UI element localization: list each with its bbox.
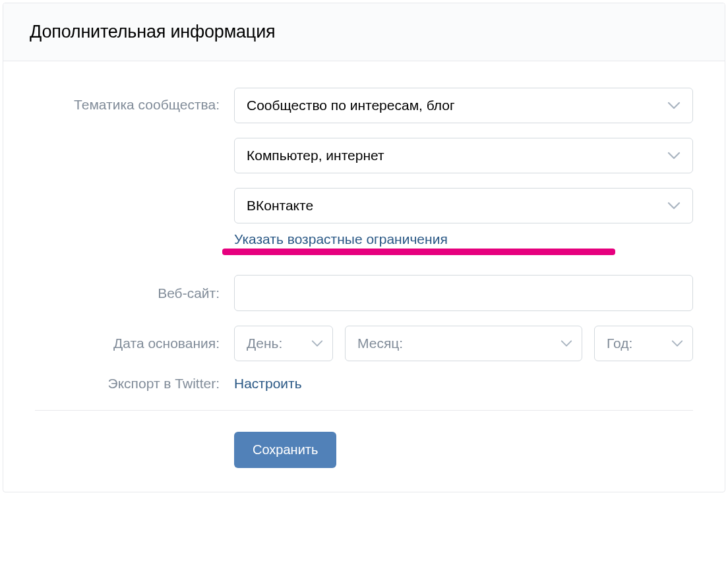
day-select[interactable]: День: bbox=[234, 326, 333, 361]
day-select-value: День: bbox=[247, 336, 282, 351]
website-label: Веб-сайт: bbox=[35, 285, 234, 301]
month-select[interactable]: Месяц: bbox=[345, 326, 582, 361]
panel-header: Дополнительная информация bbox=[3, 3, 725, 61]
website-input[interactable] bbox=[234, 275, 693, 311]
chevron-down-icon bbox=[667, 202, 681, 210]
month-select-value: Месяц: bbox=[357, 336, 403, 351]
twitter-export-label: Экспорт в Twitter: bbox=[35, 376, 234, 392]
twitter-configure-link[interactable]: Настроить bbox=[234, 376, 302, 391]
additional-info-panel: Дополнительная информация Тематика сообщ… bbox=[3, 3, 725, 492]
topic-select-3-value: ВКонтакте bbox=[247, 198, 313, 214]
founded-label: Дата основания: bbox=[35, 336, 234, 351]
chevron-down-icon bbox=[667, 152, 681, 160]
divider bbox=[35, 410, 693, 411]
year-select[interactable]: Год: bbox=[594, 326, 693, 361]
age-restrictions-link[interactable]: Указать возрастные ограничения bbox=[234, 231, 448, 247]
chevron-down-icon bbox=[561, 340, 572, 347]
topic-select-3[interactable]: ВКонтакте bbox=[234, 188, 693, 223]
topic-select-2[interactable]: Компьютер, интернет bbox=[234, 138, 693, 173]
age-restrictions-row: Указать возрастные ограничения bbox=[234, 231, 693, 247]
chevron-down-icon bbox=[311, 340, 323, 347]
community-topic-label: Тематика сообщества: bbox=[35, 88, 234, 113]
topic-select-1[interactable]: Сообщество по интересам, блог bbox=[234, 88, 693, 123]
form-row-twitter: Экспорт в Twitter: Настроить bbox=[35, 376, 693, 392]
panel-body: Тематика сообщества: Сообщество по интер… bbox=[3, 61, 725, 492]
button-row: Сохранить bbox=[234, 432, 693, 468]
chevron-down-icon bbox=[671, 340, 683, 347]
form-row-topic: Тематика сообщества: Сообщество по интер… bbox=[35, 88, 693, 223]
highlight-underline bbox=[222, 249, 615, 255]
form-row-website: Веб-сайт: bbox=[35, 275, 693, 311]
form-row-founded: Дата основания: День: Месяц: bbox=[35, 326, 693, 361]
save-button[interactable]: Сохранить bbox=[234, 432, 336, 468]
year-select-value: Год: bbox=[607, 336, 632, 351]
date-selects: День: Месяц: Год: bbox=[234, 326, 693, 361]
chevron-down-icon bbox=[667, 102, 681, 109]
topic-select-1-value: Сообщество по интересам, блог bbox=[247, 98, 455, 113]
topic-selects: Сообщество по интересам, блог Компьютер,… bbox=[234, 88, 693, 223]
panel-title: Дополнительная информация bbox=[30, 22, 698, 42]
topic-select-2-value: Компьютер, интернет bbox=[247, 148, 384, 163]
